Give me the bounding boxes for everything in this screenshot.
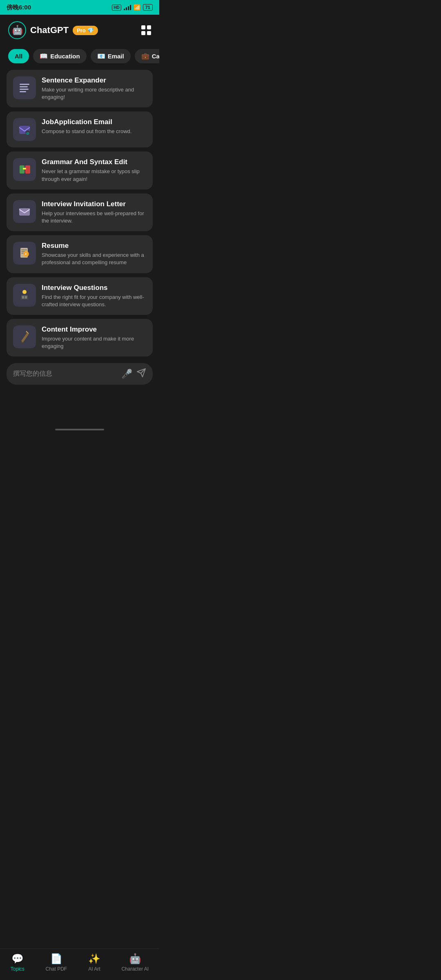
resume-name: Resume [42,242,146,250]
sentence-expander-name: Sentence Expander [42,76,146,85]
grid-menu-button[interactable] [141,25,151,35]
tool-grammar-syntax[interactable]: Grammar And Syntax Edit Never let a gram… [7,151,153,189]
svg-text:@: @ [26,131,29,135]
job-application-info: JobApplication Email Compose to stand ou… [42,118,146,135]
svg-rect-21 [27,298,29,300]
content-improve-icon [13,325,36,348]
interview-invitation-name: Interview Invitation Letter [42,200,146,208]
svg-rect-1 [20,86,28,87]
sentence-expander-icon [13,76,36,99]
pro-badge[interactable]: Pro 💎 [73,26,98,35]
app-header: 🤖 ChatGPT Pro 💎 [0,15,159,46]
status-icons: HD 📶 71 [112,4,153,11]
status-bar: 傍晚6:00 HD 📶 71 [0,0,159,15]
svg-rect-18 [22,296,24,298]
message-input-placeholder[interactable]: 撰写您的信息 [13,370,117,378]
microphone-icon[interactable]: 🎤 [121,369,132,379]
hd-badge: HD [112,4,121,11]
wifi-icon: 📶 [134,4,140,11]
content-improve-desc: Improve your content and make it more en… [42,335,146,350]
interview-invitation-info: Interview Invitation Letter Help your in… [42,200,146,225]
grammar-syntax-info: Grammar And Syntax Edit Never let a gram… [42,158,146,183]
category-filter: All 📖 Education 📧 Email 💼 Career [0,46,159,70]
app-logo: 🤖 [8,21,26,39]
grammar-syntax-desc: Never let a grammar mistake or typos sli… [42,168,146,183]
interview-questions-desc: Find the right fit for your company with… [42,294,146,308]
svg-point-16 [22,290,27,294]
interview-invitation-icon [13,200,36,223]
resume-icon [13,242,36,265]
interview-invitation-desc: Help your interviewees be well-prepared … [42,210,146,225]
svg-rect-19 [25,296,27,298]
grammar-syntax-name: Grammar And Syntax Edit [42,158,146,166]
svg-rect-12 [21,249,27,250]
svg-rect-10 [19,208,30,216]
sentence-expander-info: Sentence Expander Make your writing more… [42,76,146,101]
svg-rect-2 [20,89,29,90]
resume-info: Resume Showcase your skills and experien… [42,242,146,266]
category-all[interactable]: All [8,49,29,63]
home-indicator [0,429,159,432]
interview-questions-info: Interview Questions Find the right fit f… [42,284,146,308]
app-title: ChatGPT [30,25,69,36]
tool-job-application[interactable]: @ JobApplication Email Compose to stand … [7,111,153,147]
svg-rect-9 [23,168,26,169]
job-application-desc: Compose to stand out from the crowd. [42,128,146,135]
job-application-icon: @ [13,118,36,141]
home-bar [55,429,104,430]
status-time: 傍晚6:00 [7,4,31,11]
sentence-expander-desc: Make your writing more descriptive and e… [42,86,146,101]
tool-sentence-expander[interactable]: Sentence Expander Make your writing more… [7,70,153,107]
tool-interview-invitation[interactable]: Interview Invitation Letter Help your in… [7,194,153,231]
content-improve-name: Content Improve [42,325,146,334]
interview-questions-icon [13,284,36,307]
header-left: 🤖 ChatGPT Pro 💎 [8,21,98,39]
svg-rect-8 [25,165,30,174]
category-career[interactable]: 💼 Career [135,49,159,63]
job-application-name: JobApplication Email [42,118,146,126]
svg-rect-0 [20,84,29,85]
category-email[interactable]: 📧 Email [91,49,131,63]
svg-rect-3 [20,91,26,92]
message-input-area[interactable]: 撰写您的信息 🎤 [7,363,153,385]
content-improve-info: Content Improve Improve your content and… [42,325,146,350]
signal-icon [124,4,131,10]
svg-rect-20 [20,298,22,300]
resume-desc: Showcase your skills and experience with… [42,252,146,266]
battery-icon: 71 [143,4,153,11]
grammar-syntax-icon [13,158,36,181]
send-icon[interactable] [136,368,146,380]
interview-questions-name: Interview Questions [42,284,146,292]
tool-content-improve[interactable]: Content Improve Improve your content and… [7,319,153,356]
category-education[interactable]: 📖 Education [33,49,87,63]
tool-resume[interactable]: Resume Showcase your skills and experien… [7,235,153,273]
tool-interview-questions[interactable]: Interview Questions Find the right fit f… [7,277,153,315]
tools-list: Sentence Expander Make your writing more… [0,70,159,356]
